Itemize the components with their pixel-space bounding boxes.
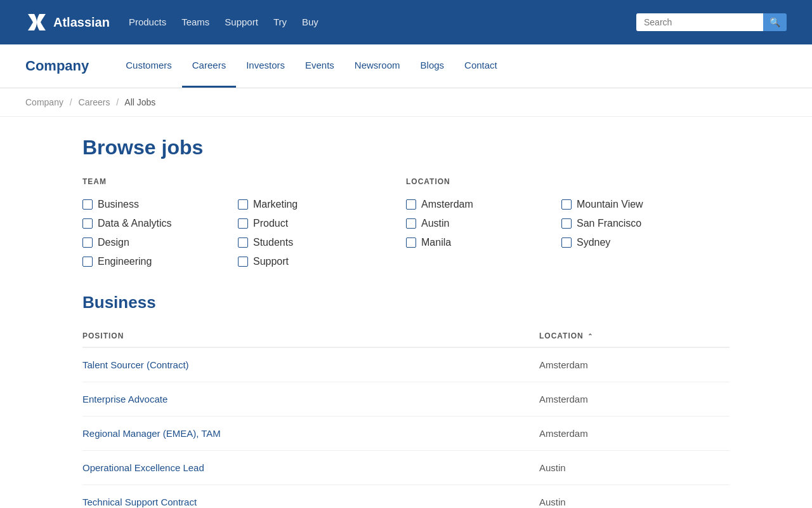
company-nav-careers[interactable]: Careers — [182, 44, 236, 88]
company-nav-blogs[interactable]: Blogs — [410, 44, 455, 88]
filter-option-san-francisco[interactable]: San Francisco — [561, 218, 704, 229]
filter-option-austin[interactable]: Austin — [406, 218, 549, 229]
checkbox-sydney[interactable] — [561, 237, 572, 248]
checkbox-austin[interactable] — [406, 218, 416, 229]
page-title: Browse jobs — [82, 136, 730, 159]
filter-option-support[interactable]: Support — [238, 256, 381, 267]
company-navigation: Company Customers Careers Investors Even… — [0, 44, 812, 88]
table-row: Technical Support Contract Austin — [82, 485, 730, 508]
team-filter-label: TEAM — [82, 177, 381, 186]
breadcrumb-current: All Jobs — [124, 97, 155, 107]
breadcrumb-sep-2: / — [116, 97, 119, 107]
job-link-technical-support[interactable]: Technical Support Contract — [82, 497, 539, 507]
filter-option-mountain-view[interactable]: Mountain View — [561, 199, 704, 210]
filter-label-marketing: Marketing — [253, 199, 298, 210]
atlassian-logo[interactable]: Atlassian — [25, 13, 110, 31]
company-title: Company — [25, 45, 89, 87]
top-nav-links: Products Teams Support Try Buy — [129, 17, 318, 28]
checkbox-marketing[interactable] — [238, 199, 248, 210]
company-nav-newsroom[interactable]: Newsroom — [344, 44, 410, 88]
search-input[interactable] — [636, 13, 763, 31]
job-location: Austin — [539, 497, 730, 507]
nav-try[interactable]: Try — [273, 17, 287, 27]
filter-option-product[interactable]: Product — [238, 218, 381, 229]
atlassian-logo-icon — [25, 13, 48, 31]
job-location: Amsterdam — [539, 428, 730, 439]
location-filter-label: LOCATION — [406, 177, 704, 186]
checkbox-mountain-view[interactable] — [561, 199, 572, 210]
company-nav-contact[interactable]: Contact — [454, 44, 508, 88]
job-section-title: Business — [82, 293, 730, 312]
filter-option-design[interactable]: Design — [82, 237, 225, 248]
checkbox-data-analytics[interactable] — [82, 218, 93, 229]
top-navigation: Atlassian Products Teams Support Try Buy… — [0, 0, 812, 44]
table-row: Regional Manager (EMEA), TAM Amsterdam — [82, 417, 730, 451]
filter-option-data-analytics[interactable]: Data & Analytics — [82, 218, 225, 229]
checkbox-amsterdam[interactable] — [406, 199, 416, 210]
filters-section: TEAM Business Marketing Data & Analytics… — [82, 177, 730, 267]
table-row: Enterprise Advocate Amsterdam — [82, 382, 730, 417]
table-row: Operational Excellence Lead Austin — [82, 451, 730, 485]
job-link-enterprise-advocate[interactable]: Enterprise Advocate — [82, 394, 539, 404]
filter-option-amsterdam[interactable]: Amsterdam — [406, 199, 549, 210]
filter-option-students[interactable]: Students — [238, 237, 381, 248]
checkbox-engineering[interactable] — [82, 257, 93, 267]
checkbox-san-francisco[interactable] — [561, 218, 572, 229]
job-location: Amsterdam — [539, 394, 730, 404]
checkbox-product[interactable] — [238, 218, 248, 229]
job-section-business: Business POSITION LOCATION ⌃ Talent Sour… — [82, 293, 730, 508]
filter-label-san-francisco: San Francisco — [577, 218, 641, 229]
filter-label-austin: Austin — [421, 218, 449, 229]
job-location: Amsterdam — [539, 359, 730, 370]
filter-label-students: Students — [253, 237, 293, 248]
company-nav-links: Customers Careers Investors Events Newsr… — [115, 44, 508, 88]
filter-label-manila: Manila — [421, 237, 451, 248]
search-container: 🔍 — [636, 13, 787, 31]
checkbox-design[interactable] — [82, 237, 93, 248]
filter-label-data-analytics: Data & Analytics — [98, 218, 172, 229]
breadcrumb-company[interactable]: Company — [25, 97, 63, 107]
checkbox-students[interactable] — [238, 237, 248, 248]
filter-label-product: Product — [253, 218, 288, 229]
checkbox-business[interactable] — [82, 199, 93, 210]
jobs-table: POSITION LOCATION ⌃ Talent Sourcer (Cont… — [82, 325, 730, 508]
filter-option-marketing[interactable]: Marketing — [238, 199, 381, 210]
location-filter-section: LOCATION Amsterdam Mountain View Austin … — [406, 177, 730, 267]
search-button[interactable]: 🔍 — [763, 13, 787, 31]
nav-support[interactable]: Support — [225, 17, 258, 27]
table-row: Talent Sourcer (Contract) Amsterdam — [82, 348, 730, 382]
filter-label-amsterdam: Amsterdam — [421, 199, 473, 210]
nav-buy[interactable]: Buy — [302, 17, 318, 27]
position-header: POSITION — [82, 331, 539, 340]
main-content: Browse jobs TEAM Business Marketing Data… — [57, 117, 755, 508]
breadcrumb-careers[interactable]: Careers — [79, 97, 110, 107]
filter-label-business: Business — [98, 199, 139, 210]
breadcrumb-sep-1: / — [70, 97, 72, 107]
checkbox-support[interactable] — [238, 257, 248, 267]
filter-option-manila[interactable]: Manila — [406, 237, 549, 248]
filter-label-mountain-view: Mountain View — [577, 199, 643, 210]
jobs-table-header: POSITION LOCATION ⌃ — [82, 325, 730, 348]
location-filter-options: Amsterdam Mountain View Austin San Franc… — [406, 199, 704, 248]
location-header: LOCATION ⌃ — [539, 331, 730, 340]
nav-teams[interactable]: Teams — [181, 17, 209, 27]
checkbox-manila[interactable] — [406, 237, 416, 248]
nav-products[interactable]: Products — [129, 17, 166, 27]
sort-icon[interactable]: ⌃ — [587, 333, 593, 340]
breadcrumb: Company / Careers / All Jobs — [0, 88, 812, 117]
job-link-talent-sourcer[interactable]: Talent Sourcer (Contract) — [82, 359, 539, 370]
filter-label-design: Design — [98, 237, 129, 248]
filter-option-engineering[interactable]: Engineering — [82, 256, 225, 267]
job-location: Austin — [539, 462, 730, 473]
job-link-operational-excellence[interactable]: Operational Excellence Lead — [82, 462, 539, 473]
job-link-regional-manager[interactable]: Regional Manager (EMEA), TAM — [82, 428, 539, 439]
filter-label-engineering: Engineering — [98, 256, 152, 267]
filter-label-sydney: Sydney — [577, 237, 610, 248]
filter-label-support: Support — [253, 256, 289, 267]
team-filter-options: Business Marketing Data & Analytics Prod… — [82, 199, 381, 267]
company-nav-investors[interactable]: Investors — [236, 44, 295, 88]
company-nav-events[interactable]: Events — [295, 44, 344, 88]
filter-option-sydney[interactable]: Sydney — [561, 237, 704, 248]
filter-option-business[interactable]: Business — [82, 199, 225, 210]
company-nav-customers[interactable]: Customers — [115, 44, 182, 88]
